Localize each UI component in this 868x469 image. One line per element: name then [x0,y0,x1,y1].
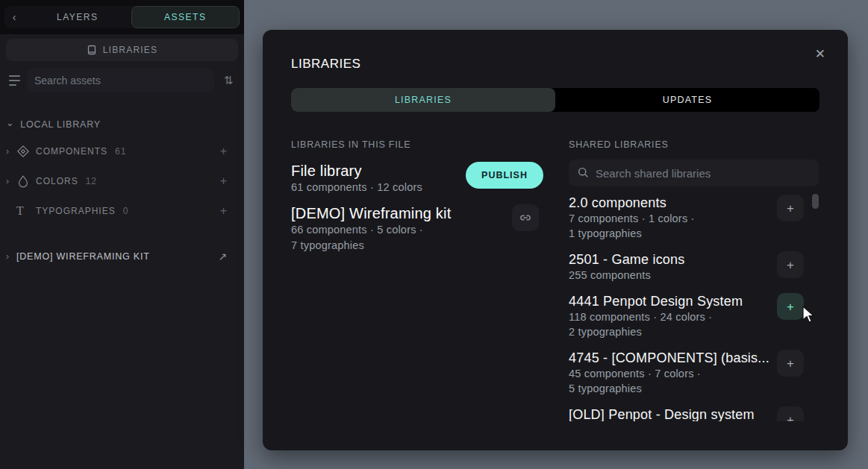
sidebar-item-components[interactable]: › COMPONENTS 61 + [6,143,238,160]
shared-library-row: 2.0 components 7 components · 1 colors ·… [569,195,819,241]
tab-libraries[interactable]: LIBRARIES [291,88,555,112]
chevron-right-icon: › [6,251,16,262]
chevron-down-icon: ⌄ [6,117,14,128]
close-icon[interactable]: ✕ [809,42,831,66]
search-shared-libraries-input[interactable] [569,160,819,186]
libraries-button[interactable]: LIBRARIES [6,39,238,61]
local-library-header[interactable]: ⌄ LOCAL LIBRARY [6,119,238,130]
library-name: File library [291,162,464,180]
library-summary: 45 components · 7 colors · [569,366,752,381]
book-icon [87,45,97,55]
library-name: 2501 - Game icons [569,251,752,268]
file-libraries-header: LIBRARIES IN THIS FILE [291,139,551,150]
tab-assets[interactable]: ASSETS [131,6,240,28]
tab-updates[interactable]: UPDATES [555,88,819,112]
library-summary-line2: 5 typographies [569,381,752,396]
library-name: [DEMO] Wireframing kit [291,204,464,222]
modal-title: LIBRARIES [291,57,819,72]
demo-kit-label: [DEMO] WIREFRAMING KIT [16,251,150,262]
libraries-modal: ✕ LIBRARIES LIBRARIES UPDATES LIBRARIES … [263,30,848,450]
sort-icon[interactable]: ⇅ [219,74,238,87]
add-shared-library-button[interactable]: + [777,406,804,421]
add-component-button[interactable]: + [220,145,228,158]
library-summary: 255 components [569,268,752,283]
search-icon [577,166,590,179]
typography-icon: T [16,204,36,218]
unlink-library-button[interactable] [512,204,539,231]
shared-libraries-section: SHARED LIBRARIES 2.0 components 7 compon… [569,139,819,421]
sidebar-item-typographies[interactable]: T TYPOGRAPHIES 0 + [6,203,238,219]
filter-icon[interactable] [6,75,22,86]
assets-sidebar: ‹ LAYERS ASSETS LIBRARIES ⇅ ⌄ LOCAL LIBR… [0,0,244,469]
scrollbar-thumb[interactable] [812,194,819,209]
search-assets-input[interactable] [27,69,214,92]
library-summary: 7 components · 1 colors · [569,211,752,226]
library-summary-line2: 1 typographies [569,226,752,241]
library-summary-line2: 7 typographies [291,238,464,254]
add-shared-library-button[interactable]: + [777,251,804,278]
shared-libraries-list: 2.0 components 7 components · 1 colors ·… [569,189,819,421]
component-icon [16,145,36,158]
library-summary: 66 components · 5 colors · [291,222,464,238]
colors-label: COLORS [36,176,78,186]
library-summary: 118 components · 24 colors · [569,309,752,324]
file-library-row: File library 61 components · 12 colors P… [291,162,551,195]
publish-button[interactable]: PUBLISH [466,162,543,189]
sidebar-item-colors[interactable]: › COLORS 12 + [6,173,238,189]
components-count: 61 [115,146,126,157]
components-label: COMPONENTS [36,146,107,157]
add-shared-library-button[interactable]: + [777,350,804,377]
modal-tab-switcher: LIBRARIES UPDATES [291,88,819,112]
file-library-row: [DEMO] Wireframing kit 66 components · 5… [291,204,551,254]
color-drop-icon [16,174,36,188]
library-name: 4441 Penpot Design System [569,293,752,309]
back-chevron-icon: ‹ [13,11,16,23]
library-name: [OLD] Penpot - Design system [569,406,752,421]
add-shared-library-button[interactable]: + [777,195,804,221]
add-color-button[interactable]: + [220,174,228,188]
asset-search-row: ⇅ [6,69,238,92]
library-summary: 61 components · 12 colors [291,180,464,195]
shared-library-row: [OLD] Penpot - Design system + [569,406,819,421]
tab-layers[interactable]: LAYERS [24,6,131,28]
chevron-right-icon: › [6,146,16,157]
typographies-label: TYPOGRAPHIES [36,206,116,216]
library-name: 2.0 components [569,195,752,211]
library-name: 4745 - [COMPONENTS] (basis... [569,350,752,366]
typographies-count: 0 [123,206,129,216]
sidebar-item-demo-wireframing-kit[interactable]: › [DEMO] WIREFRAMING KIT ↗ [6,251,238,262]
colors-count: 12 [86,176,97,186]
collapse-sidebar-button[interactable]: ‹ [4,6,24,28]
add-typography-button[interactable]: + [220,204,228,218]
chevron-right-icon: › [6,176,16,186]
sidebar-tabbar: ‹ LAYERS ASSETS [0,0,244,34]
add-shared-library-button[interactable]: + [777,293,804,320]
local-library-label: LOCAL LIBRARY [20,119,101,130]
external-link-icon[interactable]: ↗ [218,251,228,262]
libraries-button-label: LIBRARIES [103,45,158,55]
shared-libraries-header: SHARED LIBRARIES [569,139,819,150]
shared-library-row: 2501 - Game icons 255 components + [569,251,819,283]
library-summary-line2: 2 typographies [569,324,752,339]
shared-library-row: 4441 Penpot Design System 118 components… [569,293,819,339]
chain-link-icon [519,211,532,224]
shared-library-row: 4745 - [COMPONENTS] (basis... 45 compone… [569,350,819,396]
file-libraries-section: LIBRARIES IN THIS FILE File library 61 c… [291,139,551,421]
